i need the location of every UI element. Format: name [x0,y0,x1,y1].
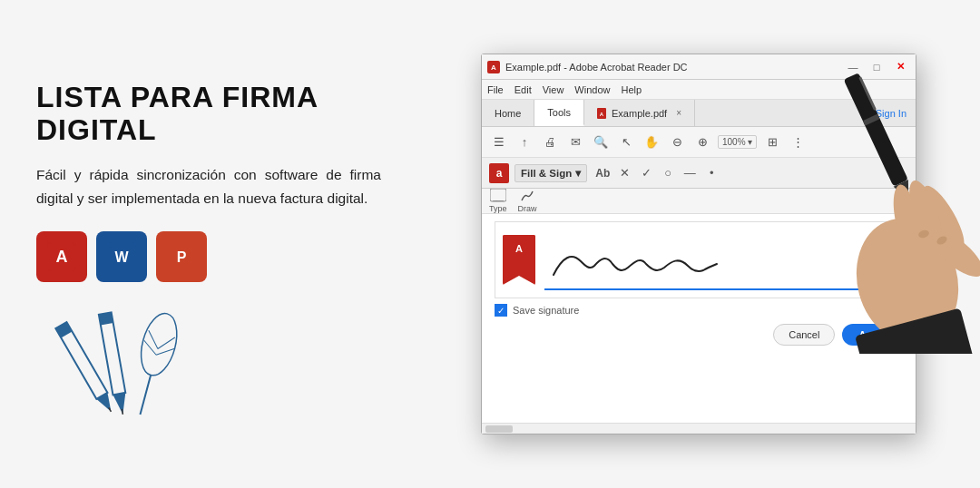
upload-icon[interactable]: ↑ [514,132,534,152]
cursor-icon[interactable]: ↖ [616,132,636,152]
menu-help[interactable]: Help [621,84,642,95]
cancel-button[interactable]: Cancel [773,324,835,346]
dialog-buttons: Cancel Apply [495,324,903,346]
type-draw-toolbar: ___ Type Draw [482,189,916,214]
cross-icon[interactable]: ✕ [614,163,634,183]
svg-text:A: A [600,111,604,116]
signature-display-area [544,229,895,290]
svg-text:a: a [496,167,503,180]
fit-page-icon[interactable]: ⊞ [762,132,782,152]
svg-rect-9 [55,322,72,337]
scroll-thumb[interactable] [485,425,513,433]
pan-icon[interactable]: ✋ [642,132,662,152]
checkbox-check-icon: ✓ [497,306,505,316]
print-icon[interactable]: 🖨 [540,132,560,152]
text-tool-icon[interactable]: Ab [593,163,612,183]
tab-document[interactable]: A Example.pdf × [584,100,695,126]
menu-view[interactable]: View [543,84,564,95]
svg-line-19 [142,341,160,356]
zoom-level[interactable]: 100% ▾ [718,135,757,149]
more-icon[interactable]: ⋮ [788,132,808,152]
app-icons-row: A W P [36,231,381,282]
save-signature-row: ✓ Save signature [495,304,903,317]
zoom-out-icon[interactable]: ⊖ [667,132,687,152]
tab-bar: Home Tools A Example.pdf × ? Sign In [482,100,916,127]
window-title: Example.pdf - Adobe Acrobat Reader DC [505,62,688,73]
svg-point-40 [936,235,948,247]
title-bar-left: A Example.pdf - Adobe Acrobat Reader DC [487,61,688,73]
search-icon[interactable]: 🔍 [591,132,611,152]
fill-sign-label: Fill & Sign [521,168,572,179]
svg-text:___: ___ [492,194,504,201]
tab-tools[interactable]: Tools [534,100,584,126]
title-bar: A Example.pdf - Adobe Acrobat Reader DC … [482,54,916,80]
acrobat-window: A Example.pdf - Adobe Acrobat Reader DC … [481,54,916,434]
svg-point-38 [925,224,980,284]
document-content-area: A ✓ [482,214,916,434]
svg-text:A: A [56,248,68,266]
menu-file[interactable]: File [487,84,504,95]
type-tool[interactable]: ___ Type [489,189,507,213]
right-panel: A Example.pdf - Adobe Acrobat Reader DC … [417,0,980,488]
svg-text:A: A [491,63,496,71]
title-bar-controls[interactable]: — □ ✕ [843,60,910,74]
pdf-bookmark-icon: A [503,235,535,285]
fill-sign-button[interactable]: Fill & Sign ▾ [514,164,587,182]
save-signature-label: Save signature [513,305,579,316]
acrobat-app-icon: A [487,61,500,73]
acrobat-icon: A [36,231,87,282]
svg-line-15 [140,376,151,415]
svg-point-35 [916,181,972,254]
left-panel: LISTA PARA FIRMA DIGITAL Fácil y rápida … [0,0,417,488]
powerpoint-icon: P [156,231,207,282]
menu-window[interactable]: Window [574,84,610,95]
zoom-in-icon[interactable]: ⊕ [692,132,712,152]
svg-point-41 [917,229,930,239]
subtitle-text: Fácil y rápida sincronización con softwa… [36,163,381,210]
svg-point-14 [135,310,183,380]
type-label: Type [489,204,507,213]
draw-tool[interactable]: Draw [518,189,537,213]
maximize-button[interactable]: □ [867,60,887,74]
fill-sign-chevron: ▾ [575,167,581,180]
signature-svg [544,239,744,288]
help-icon: ? [865,108,870,119]
tab-home[interactable]: Home [482,100,534,126]
svg-text:P: P [177,249,187,265]
close-button[interactable]: ✕ [890,60,910,74]
fill-sign-toolbar: a Fill & Sign ▾ Ab ✕ ✓ ○ — • [482,158,916,189]
apply-button[interactable]: Apply [842,324,903,346]
page-title: LISTA PARA FIRMA DIGITAL [36,81,381,148]
check-icon[interactable]: ✓ [636,163,656,183]
sign-in-label[interactable]: Sign In [876,108,906,119]
main-toolbar: ☰ ↑ 🖨 ✉ 🔍 ↖ ✋ ⊖ ⊕ 100% ▾ ⊞ ⋮ [482,127,916,158]
line-icon[interactable]: — [680,163,700,183]
acrobat-small-icon: a [489,163,509,183]
sign-tools: Ab ✕ ✓ ○ — • [593,163,721,183]
svg-text:W: W [114,249,129,265]
menu-edit[interactable]: Edit [514,84,532,95]
svg-line-18 [144,331,162,349]
dot-icon[interactable]: • [701,163,721,183]
menu-bar: File Edit View Window Help [482,80,916,100]
word-icon: W [96,231,147,282]
svg-text:A: A [515,243,523,254]
horizontal-scrollbar[interactable] [482,423,916,434]
svg-rect-13 [99,313,113,326]
pencil-sketch-illustration [36,298,200,416]
tab-close-icon[interactable]: × [676,108,681,118]
draw-label: Draw [518,204,537,213]
circle-icon[interactable]: ○ [658,163,678,183]
svg-line-12 [122,409,122,415]
svg-marker-11 [113,393,129,415]
save-signature-checkbox[interactable]: ✓ [495,304,507,317]
minimize-button[interactable]: — [843,60,863,74]
back-icon[interactable]: ☰ [489,132,509,152]
email-icon[interactable]: ✉ [565,132,585,152]
